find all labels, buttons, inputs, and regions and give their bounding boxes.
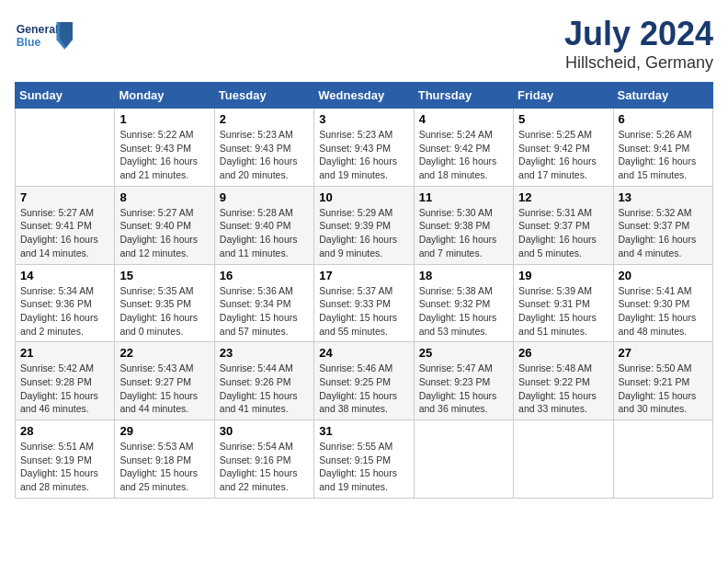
calendar-cell: 5Sunrise: 5:25 AM Sunset: 9:42 PM Daylig… bbox=[514, 109, 613, 187]
calendar-week-1: 1Sunrise: 5:22 AM Sunset: 9:43 PM Daylig… bbox=[16, 109, 713, 187]
calendar-cell: 2Sunrise: 5:23 AM Sunset: 9:43 PM Daylig… bbox=[214, 109, 313, 187]
calendar-header: Sunday Monday Tuesday Wednesday Thursday… bbox=[16, 83, 713, 109]
calendar-cell bbox=[414, 420, 513, 499]
calendar-week-2: 7Sunrise: 5:27 AM Sunset: 9:41 PM Daylig… bbox=[16, 186, 713, 264]
calendar-cell: 24Sunrise: 5:46 AM Sunset: 9:25 PM Dayli… bbox=[314, 342, 414, 420]
day-detail: Sunrise: 5:46 AM Sunset: 9:25 PM Dayligh… bbox=[319, 362, 408, 416]
day-detail: Sunrise: 5:41 AM Sunset: 9:30 PM Dayligh… bbox=[619, 284, 708, 339]
day-number: 20 bbox=[619, 269, 708, 282]
calendar-week-4: 21Sunrise: 5:42 AM Sunset: 9:28 PM Dayli… bbox=[16, 342, 713, 420]
day-detail: Sunrise: 5:53 AM Sunset: 9:18 PM Dayligh… bbox=[119, 440, 209, 494]
calendar-cell: 13Sunrise: 5:32 AM Sunset: 9:37 PM Dayli… bbox=[613, 186, 712, 264]
calendar-cell: 23Sunrise: 5:44 AM Sunset: 9:26 PM Dayli… bbox=[214, 342, 313, 420]
calendar-cell: 10Sunrise: 5:29 AM Sunset: 9:39 PM Dayli… bbox=[314, 186, 414, 264]
day-number: 17 bbox=[319, 269, 408, 282]
day-detail: Sunrise: 5:24 AM Sunset: 9:42 PM Dayligh… bbox=[419, 128, 508, 182]
calendar-cell: 1Sunrise: 5:22 AM Sunset: 9:43 PM Daylig… bbox=[115, 109, 214, 187]
day-number: 12 bbox=[518, 190, 608, 204]
page-header: General Blue July 2024 Hillscheid, Germa… bbox=[15, 15, 713, 73]
col-saturday: Saturday bbox=[613, 83, 712, 109]
calendar-cell: 12Sunrise: 5:31 AM Sunset: 9:37 PM Dayli… bbox=[514, 186, 613, 264]
calendar-cell: 20Sunrise: 5:41 AM Sunset: 9:30 PM Dayli… bbox=[613, 264, 712, 342]
calendar-cell: 18Sunrise: 5:38 AM Sunset: 9:32 PM Dayli… bbox=[414, 264, 513, 342]
header-row: Sunday Monday Tuesday Wednesday Thursday… bbox=[16, 83, 713, 109]
col-wednesday: Wednesday bbox=[314, 83, 414, 109]
calendar-cell: 27Sunrise: 5:50 AM Sunset: 9:21 PM Dayli… bbox=[613, 342, 712, 420]
day-detail: Sunrise: 5:55 AM Sunset: 9:15 PM Dayligh… bbox=[319, 440, 408, 494]
day-detail: Sunrise: 5:48 AM Sunset: 9:22 PM Dayligh… bbox=[518, 362, 608, 416]
calendar-cell: 30Sunrise: 5:54 AM Sunset: 9:16 PM Dayli… bbox=[214, 420, 313, 499]
calendar-cell: 14Sunrise: 5:34 AM Sunset: 9:36 PM Dayli… bbox=[16, 264, 115, 342]
day-number: 19 bbox=[518, 269, 608, 282]
day-number: 26 bbox=[518, 346, 608, 360]
svg-text:Blue: Blue bbox=[17, 36, 41, 49]
day-detail: Sunrise: 5:42 AM Sunset: 9:28 PM Dayligh… bbox=[20, 362, 109, 416]
calendar-cell: 7Sunrise: 5:27 AM Sunset: 9:41 PM Daylig… bbox=[16, 186, 115, 264]
calendar-cell: 19Sunrise: 5:39 AM Sunset: 9:31 PM Dayli… bbox=[514, 264, 613, 342]
day-detail: Sunrise: 5:23 AM Sunset: 9:43 PM Dayligh… bbox=[220, 128, 309, 182]
col-thursday: Thursday bbox=[414, 83, 513, 109]
calendar-cell: 22Sunrise: 5:43 AM Sunset: 9:27 PM Dayli… bbox=[115, 342, 214, 420]
calendar-cell: 8Sunrise: 5:27 AM Sunset: 9:40 PM Daylig… bbox=[115, 186, 214, 264]
day-detail: Sunrise: 5:35 AM Sunset: 9:35 PM Dayligh… bbox=[119, 284, 209, 339]
day-number: 10 bbox=[319, 190, 408, 204]
day-number: 1 bbox=[119, 112, 209, 126]
day-detail: Sunrise: 5:47 AM Sunset: 9:23 PM Dayligh… bbox=[419, 362, 508, 416]
calendar-cell: 17Sunrise: 5:37 AM Sunset: 9:33 PM Dayli… bbox=[314, 264, 414, 342]
day-number: 8 bbox=[119, 190, 209, 204]
day-number: 23 bbox=[220, 346, 309, 360]
col-sunday: Sunday bbox=[16, 83, 115, 109]
day-number: 2 bbox=[220, 112, 309, 126]
day-detail: Sunrise: 5:54 AM Sunset: 9:16 PM Dayligh… bbox=[220, 440, 309, 494]
day-number: 11 bbox=[419, 190, 508, 204]
day-number: 16 bbox=[220, 269, 309, 282]
day-detail: Sunrise: 5:43 AM Sunset: 9:27 PM Dayligh… bbox=[119, 362, 209, 416]
day-detail: Sunrise: 5:36 AM Sunset: 9:34 PM Dayligh… bbox=[220, 284, 309, 339]
day-detail: Sunrise: 5:27 AM Sunset: 9:40 PM Dayligh… bbox=[119, 206, 209, 260]
calendar-cell: 31Sunrise: 5:55 AM Sunset: 9:15 PM Dayli… bbox=[314, 420, 414, 499]
day-number: 7 bbox=[20, 190, 109, 204]
day-detail: Sunrise: 5:31 AM Sunset: 9:37 PM Dayligh… bbox=[518, 206, 608, 260]
calendar-cell bbox=[514, 420, 613, 499]
day-detail: Sunrise: 5:38 AM Sunset: 9:32 PM Dayligh… bbox=[419, 284, 508, 339]
day-detail: Sunrise: 5:26 AM Sunset: 9:41 PM Dayligh… bbox=[619, 128, 708, 182]
calendar-cell: 11Sunrise: 5:30 AM Sunset: 9:38 PM Dayli… bbox=[414, 186, 513, 264]
calendar-cell: 15Sunrise: 5:35 AM Sunset: 9:35 PM Dayli… bbox=[115, 264, 214, 342]
day-number: 4 bbox=[419, 112, 508, 126]
day-number: 9 bbox=[220, 190, 309, 204]
day-number: 14 bbox=[20, 269, 109, 282]
day-number: 3 bbox=[319, 112, 408, 126]
calendar-cell: 16Sunrise: 5:36 AM Sunset: 9:34 PM Dayli… bbox=[214, 264, 313, 342]
col-monday: Monday bbox=[115, 83, 214, 109]
calendar-table: Sunday Monday Tuesday Wednesday Thursday… bbox=[15, 82, 713, 499]
calendar-cell: 3Sunrise: 5:23 AM Sunset: 9:43 PM Daylig… bbox=[314, 109, 414, 187]
calendar-cell: 6Sunrise: 5:26 AM Sunset: 9:41 PM Daylig… bbox=[613, 109, 712, 187]
calendar-cell: 21Sunrise: 5:42 AM Sunset: 9:28 PM Dayli… bbox=[16, 342, 115, 420]
day-number: 15 bbox=[119, 269, 209, 282]
svg-text:General: General bbox=[17, 23, 59, 36]
day-detail: Sunrise: 5:39 AM Sunset: 9:31 PM Dayligh… bbox=[518, 284, 608, 339]
day-number: 22 bbox=[119, 346, 209, 360]
day-number: 24 bbox=[319, 346, 408, 360]
day-detail: Sunrise: 5:34 AM Sunset: 9:36 PM Dayligh… bbox=[20, 284, 109, 339]
day-detail: Sunrise: 5:23 AM Sunset: 9:43 PM Dayligh… bbox=[319, 128, 408, 182]
day-detail: Sunrise: 5:25 AM Sunset: 9:42 PM Dayligh… bbox=[518, 128, 608, 182]
day-detail: Sunrise: 5:22 AM Sunset: 9:43 PM Dayligh… bbox=[119, 128, 209, 182]
calendar-cell: 29Sunrise: 5:53 AM Sunset: 9:18 PM Dayli… bbox=[115, 420, 214, 499]
day-number: 6 bbox=[619, 112, 708, 126]
page-title: July 2024 bbox=[564, 15, 713, 53]
day-detail: Sunrise: 5:28 AM Sunset: 9:40 PM Dayligh… bbox=[220, 206, 309, 260]
day-number: 21 bbox=[20, 346, 109, 360]
col-tuesday: Tuesday bbox=[214, 83, 313, 109]
day-number: 13 bbox=[619, 190, 708, 204]
calendar-cell bbox=[16, 109, 115, 187]
calendar-cell: 9Sunrise: 5:28 AM Sunset: 9:40 PM Daylig… bbox=[214, 186, 313, 264]
calendar-week-5: 28Sunrise: 5:51 AM Sunset: 9:19 PM Dayli… bbox=[16, 420, 713, 499]
calendar-body: 1Sunrise: 5:22 AM Sunset: 9:43 PM Daylig… bbox=[16, 109, 713, 499]
calendar-cell bbox=[613, 420, 712, 499]
day-number: 5 bbox=[518, 112, 608, 126]
calendar-cell: 4Sunrise: 5:24 AM Sunset: 9:42 PM Daylig… bbox=[414, 109, 513, 187]
day-detail: Sunrise: 5:44 AM Sunset: 9:26 PM Dayligh… bbox=[220, 362, 309, 416]
day-detail: Sunrise: 5:29 AM Sunset: 9:39 PM Dayligh… bbox=[319, 206, 408, 260]
day-number: 29 bbox=[119, 424, 209, 438]
